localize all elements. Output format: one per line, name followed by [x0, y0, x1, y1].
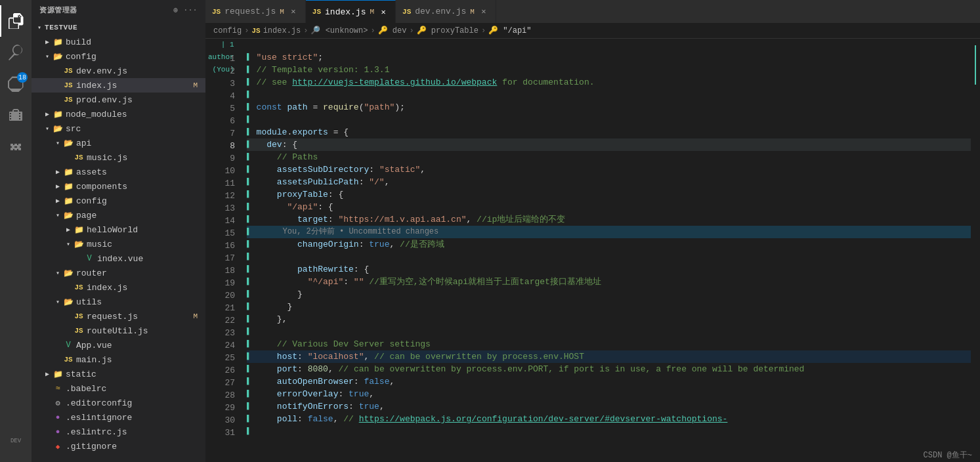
- code-line-24[interactable]: ▌ // Various Dev Server settings: [247, 338, 971, 350]
- sidebar-item-requestjs[interactable]: JS request.js M: [32, 309, 205, 324]
- code-line-7[interactable]: ▌ module.exports = {: [247, 126, 971, 138]
- l5-eq: =: [308, 101, 323, 114]
- sidebar-item-indexjs[interactable]: JS index.js M: [32, 78, 205, 93]
- code-line-16[interactable]: ▌ changeOrigin: true, //是否跨域: [247, 238, 971, 251]
- code-line-12[interactable]: ▌ proxyTable: {: [247, 188, 971, 201]
- sidebar-item-prodenv[interactable]: JS prod.env.js: [32, 93, 205, 107]
- code-line-14[interactable]: ▌ target: "https://m1.v.api.aa1.cn", //i…: [247, 213, 971, 226]
- code-line-31[interactable]: ▌: [247, 425, 971, 438]
- code-line-4[interactable]: ▌: [247, 89, 971, 101]
- extensions-activity-item[interactable]: [0, 131, 32, 163]
- sidebar-item-indexvue[interactable]: V index.vue: [32, 251, 205, 266]
- git-activity-item[interactable]: 18: [0, 68, 32, 100]
- l12-indent: [257, 188, 277, 201]
- blame-indicator-16: ▌: [247, 238, 251, 251]
- sidebar-item-eslintignore[interactable]: ● .eslintignore: [32, 410, 205, 425]
- requestjs-icon: JS: [74, 311, 84, 322]
- breadcrumb-config[interactable]: config: [213, 26, 242, 35]
- sidebar-item-appvue[interactable]: V App.vue: [32, 338, 205, 352]
- breadcrumb-proxytable[interactable]: 🔑 proxyTable: [417, 26, 479, 35]
- sidebar-item-devenv[interactable]: JS dev.env.js: [32, 64, 205, 78]
- code-line-26[interactable]: ▌ port: 8080, // can be overwritten by p…: [247, 363, 971, 375]
- blame-indicator-23: ▌: [247, 326, 251, 338]
- sidebar-item-eslintrc[interactable]: ● .eslintrc.js: [32, 425, 205, 439]
- code-line-18[interactable]: ▌ pathRewrite: {: [247, 263, 971, 276]
- sidebar-root-item[interactable]: ▾ TESTVUE: [32, 20, 205, 35]
- l14-c: :: [328, 213, 339, 226]
- breadcrumb-unknown[interactable]: 🔎 <unknown>: [310, 26, 368, 35]
- code-line-22[interactable]: ▌ },: [247, 313, 971, 326]
- sidebar-item-router[interactable]: ▾ 📂 router: [32, 266, 205, 280]
- tab-indexjs[interactable]: JS index.js M ✕: [306, 0, 396, 23]
- code-line-15[interactable]: ▌ You, 2分钟前 • Uncommitted changes: [247, 226, 971, 238]
- files-activity-item[interactable]: [0, 5, 32, 37]
- debug-activity-item[interactable]: [0, 100, 32, 131]
- code-line-27[interactable]: ▌ autoOpenBrowser: false,: [247, 375, 971, 388]
- code-line-11[interactable]: ▌ assetsPublicPath: "/",: [247, 176, 971, 188]
- sidebar-item-gitignore[interactable]: ◆ .gitignore: [32, 439, 205, 453]
- l26-comment: // can be overwritten by process.env.POR…: [338, 363, 804, 375]
- code-line-21[interactable]: ▌ }: [247, 301, 971, 313]
- breadcrumb-indexjs[interactable]: index.js: [263, 26, 301, 35]
- helloworld-arrow-icon: ▶: [63, 224, 74, 235]
- sidebar-item-router-indexjs[interactable]: JS index.js: [32, 280, 205, 295]
- dev-label-item[interactable]: DEV: [0, 425, 32, 457]
- l11-c: :: [359, 176, 370, 188]
- code-line-25[interactable]: ▌ host: "localhost", // can be overwritt…: [247, 350, 971, 363]
- code-line-13[interactable]: ▌ "/api": {: [247, 201, 971, 213]
- sidebar-item-mainjs[interactable]: JS main.js: [32, 352, 205, 367]
- code-editor[interactable]: ▌ "use strict"; ▌ // Template version: 1…: [242, 39, 971, 462]
- sidebar-item-editorconfig[interactable]: ⚙ .editorconfig: [32, 396, 205, 410]
- sidebar-item-components[interactable]: ▶ 📁 components: [32, 179, 205, 194]
- sidebar-item-page[interactable]: ▾ 📂 page: [32, 208, 205, 222]
- code-line-6[interactable]: ▌: [247, 114, 971, 126]
- breadcrumb-api[interactable]: 🔑 "/api": [488, 26, 531, 35]
- sidebar-item-static[interactable]: ▶ 📁 static: [32, 367, 205, 381]
- sidebar-item-src[interactable]: ▾ 📂 src: [32, 121, 205, 136]
- sidebar-item-routeutiljs[interactable]: JS routeUtil.js: [32, 324, 205, 338]
- breadcrumb-dev[interactable]: 🔑 dev: [378, 26, 407, 35]
- nodemodules-label: node_modules: [66, 110, 205, 119]
- new-file-icon[interactable]: ⊕: [173, 6, 178, 14]
- search-activity-item[interactable]: [0, 37, 32, 68]
- line-num-26: 26: [205, 364, 235, 377]
- code-line-30[interactable]: ▌ poll: false, // https://webpack.js.org…: [247, 413, 971, 425]
- sidebar-item-config[interactable]: ▾ 📂 config: [32, 49, 205, 64]
- tab-requestjs-close[interactable]: ✕: [288, 7, 299, 17]
- sidebar-item-build[interactable]: ▶ 📁 build: [32, 35, 205, 49]
- sidebar-item-musicjs[interactable]: JS music.js: [32, 150, 205, 165]
- sidebar-item-music-folder[interactable]: ▾ 📂 music: [32, 237, 205, 251]
- sidebar-item-assets[interactable]: ▶ 📁 assets: [32, 165, 205, 179]
- tab-devenvjs[interactable]: JS dev.env.js M ✕: [396, 0, 496, 23]
- tab-requestjs-label: request.js: [224, 7, 276, 16]
- breadcrumb: config › JS index.js › 🔎 <unknown> › 🔑 d…: [205, 23, 980, 39]
- code-line-3[interactable]: ▌ // see http://vuejs-templates.github.i…: [247, 76, 971, 89]
- code-line-17[interactable]: ▌: [247, 251, 971, 263]
- more-options-icon[interactable]: ···: [184, 6, 198, 14]
- src-folder-icon: 📂: [53, 123, 63, 134]
- line-num-16: 16: [205, 240, 235, 252]
- code-line-2[interactable]: ▌ // Template version: 1.3.1: [247, 64, 971, 76]
- tab-requestjs[interactable]: JS request.js M ✕: [205, 0, 306, 23]
- code-line-28[interactable]: ▌ errorOverlay: true,: [247, 388, 971, 400]
- sidebar-item-babelrc[interactable]: ≈ .babelrc: [32, 381, 205, 396]
- tab-indexjs-close[interactable]: ✕: [378, 7, 389, 17]
- blame-indicator-13: ▌: [247, 201, 251, 213]
- code-line-5[interactable]: ▌ const path = require("path");: [247, 101, 971, 114]
- sidebar-item-utils[interactable]: ▾ 📂 utils: [32, 295, 205, 309]
- code-line-19[interactable]: ▌ "^/api": "" //重写为空,这个时候api就相当于上面target…: [247, 276, 971, 288]
- l16-comma: ,: [389, 238, 400, 251]
- code-line-29[interactable]: ▌ notifyOnErrors: true,: [247, 400, 971, 413]
- code-line-23[interactable]: ▌: [247, 326, 971, 338]
- code-line-20[interactable]: ▌ }: [247, 288, 971, 301]
- code-line-10[interactable]: ▌ assetsSubDirectory: "static",: [247, 163, 971, 176]
- minimap-thumb: [975, 45, 976, 85]
- sidebar-item-config2[interactable]: ▶ 📁 config: [32, 194, 205, 208]
- tab-devenvjs-close[interactable]: ✕: [479, 7, 489, 17]
- sidebar-item-api[interactable]: ▾ 📂 api: [32, 136, 205, 150]
- sidebar-item-nodemodules[interactable]: ▶ 📁 node_modules: [32, 107, 205, 121]
- sidebar-item-helloworld[interactable]: ▶ 📁 helloWorld: [32, 222, 205, 237]
- code-line-1[interactable]: ▌ "use strict";: [247, 51, 971, 64]
- code-line-8[interactable]: ▌ dev: {: [247, 138, 971, 151]
- code-line-9[interactable]: ▌ // Paths: [247, 151, 971, 163]
